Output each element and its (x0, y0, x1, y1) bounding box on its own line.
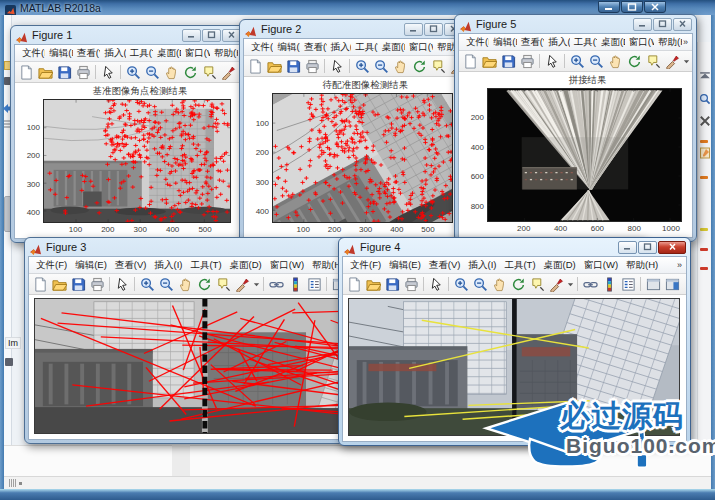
minimize-button[interactable] (633, 18, 652, 31)
menu-item-desktop[interactable]: 桌面(D) (378, 41, 405, 54)
menu-item-help[interactable]: 帮助(H) (622, 259, 662, 272)
note-icon[interactable] (699, 146, 711, 160)
edit-plot-icon[interactable] (328, 57, 346, 75)
figure-window-4[interactable]: Figure 4 文件(F)编辑(E)查看(V)插入(I)工具(T)桌面(D)窗… (338, 237, 691, 446)
menu-item-edit[interactable]: 编辑(E) (385, 259, 425, 272)
link-plot-icon[interactable] (267, 275, 285, 293)
zoom-in-icon[interactable] (353, 57, 371, 75)
menu-item-tools[interactable]: 工具(T) (570, 36, 597, 49)
menu-item-tools[interactable]: 工具(T) (351, 41, 377, 54)
menu-item-tools[interactable]: 工具(T) (500, 259, 539, 272)
menu-item-desktop[interactable]: 桌面(D) (153, 47, 181, 60)
menu-item-tools[interactable]: 工具(T) (126, 47, 153, 60)
menu-item-tools[interactable]: 工具(T) (186, 259, 225, 272)
menu-item-window[interactable]: 窗口(W) (625, 36, 654, 49)
pan-icon[interactable] (176, 275, 194, 293)
menu-item-edit[interactable]: 编辑(E) (71, 259, 111, 272)
menu-item-desktop[interactable]: 桌面(D) (540, 259, 580, 272)
new-figure-icon[interactable] (345, 275, 363, 293)
resize-grip[interactable] (9, 479, 22, 487)
maximize-button[interactable] (638, 241, 657, 254)
pan-icon[interactable] (606, 52, 624, 70)
menu-item-file[interactable]: 文件(F) (247, 41, 273, 54)
menu-item-insert[interactable]: 插入(I) (544, 36, 569, 49)
pan-icon[interactable] (490, 275, 508, 293)
close-panel-icon[interactable] (699, 114, 711, 128)
maximize-button[interactable] (202, 29, 221, 42)
scroll-marker[interactable] (700, 176, 708, 179)
menu-item-help[interactable]: 帮助(H) (654, 36, 682, 49)
menu-item-insert[interactable]: 插入(I) (150, 259, 186, 272)
new-figure-icon[interactable] (31, 275, 49, 293)
edit-plot-icon[interactable] (99, 63, 117, 81)
save-figure-icon[interactable] (383, 275, 401, 293)
data-cursor-icon[interactable] (644, 52, 662, 70)
menu-item-view[interactable]: 查看(V) (73, 47, 101, 60)
rotate-3d-icon[interactable] (181, 63, 199, 81)
menu-item-insert[interactable]: 插入(I) (327, 41, 352, 54)
open-file-icon[interactable] (50, 275, 68, 293)
close-button[interactable] (658, 241, 686, 254)
figure-window-2[interactable]: Figure 2 文件(F)编辑(E)查看(V)插入(I)工具(T)桌面(D)窗… (239, 19, 468, 243)
menu-item-file[interactable]: 文件(F) (32, 259, 71, 272)
brush-icon[interactable] (233, 275, 251, 293)
brush-icon[interactable] (547, 275, 565, 293)
scroll-marker[interactable] (700, 267, 708, 270)
figure-window-1[interactable]: Figure 1 文件(F)编辑(E)查看(V)插入(I)工具(T)桌面(D)窗… (10, 25, 246, 243)
new-figure-icon[interactable] (461, 52, 479, 70)
menu-item-view[interactable]: 查看(V) (300, 41, 327, 54)
menu-overflow-icon[interactable]: » (682, 37, 689, 47)
rotate-3d-icon[interactable] (410, 57, 428, 75)
close-button[interactable] (644, 1, 666, 13)
maximize-button[interactable] (621, 1, 643, 13)
figure-titlebar[interactable]: Figure 1 (14, 26, 242, 44)
menu-item-file[interactable]: 文件(F) (18, 47, 45, 60)
brush-icon[interactable] (663, 52, 681, 70)
insert-legend-icon[interactable] (305, 275, 323, 293)
minimize-button[interactable] (618, 241, 637, 254)
maximize-button[interactable] (653, 18, 672, 31)
save-figure-icon[interactable] (55, 63, 73, 81)
figure-titlebar[interactable]: Figure 5 (458, 15, 693, 33)
print-figure-icon[interactable] (402, 275, 420, 293)
menu-item-window[interactable]: 窗口(W) (580, 259, 622, 272)
data-cursor-icon[interactable] (214, 275, 232, 293)
zoom-in-icon[interactable] (568, 52, 586, 70)
insert-colorbar-icon[interactable] (600, 275, 618, 293)
open-file-icon[interactable] (265, 57, 283, 75)
dropdown-arrow-icon[interactable] (566, 275, 574, 293)
pan-icon[interactable] (162, 63, 180, 81)
menu-item-desktop[interactable]: 桌面(D) (226, 259, 266, 272)
pan-icon[interactable] (391, 57, 409, 75)
rotate-3d-icon[interactable] (195, 275, 213, 293)
menu-overflow-icon[interactable]: » (676, 260, 683, 270)
edit-plot-icon[interactable] (427, 275, 445, 293)
figure-window-5[interactable]: Figure 5 文件(F)编辑(E)查看(V)插入(I)工具(T)桌面(D)窗… (454, 14, 697, 242)
menu-item-help[interactable]: 帮助(H) (210, 47, 238, 60)
scroll-marker[interactable] (700, 248, 708, 251)
menu-item-window[interactable]: 窗口(W) (266, 259, 308, 272)
show-plot-tools-icon[interactable] (663, 275, 681, 293)
zoom-in-icon[interactable] (138, 275, 156, 293)
scroll-marker[interactable] (700, 228, 708, 231)
menu-item-window[interactable]: 窗口(W) (405, 41, 433, 54)
rotate-3d-icon[interactable] (509, 275, 527, 293)
menu-item-edit[interactable]: 编辑(E) (273, 41, 300, 54)
rotate-3d-icon[interactable] (625, 52, 643, 70)
maximize-button[interactable] (424, 23, 443, 36)
data-cursor-icon[interactable] (528, 275, 546, 293)
zoom-out-icon[interactable] (587, 52, 605, 70)
print-figure-icon[interactable] (88, 275, 106, 293)
figure-titlebar[interactable]: Figure 4 (342, 238, 687, 256)
menu-item-file[interactable]: 文件(F) (462, 36, 489, 49)
menu-item-window[interactable]: 窗口(W) (181, 47, 210, 60)
menu-item-view[interactable]: 查看(V) (517, 36, 545, 49)
minimize-button[interactable] (598, 1, 620, 13)
zoom-tool-icon[interactable] (699, 92, 711, 106)
menu-item-desktop[interactable]: 桌面(D) (597, 36, 625, 49)
insert-colorbar-icon[interactable] (286, 275, 304, 293)
edit-plot-icon[interactable] (113, 275, 131, 293)
print-figure-icon[interactable] (303, 57, 321, 75)
save-figure-icon[interactable] (284, 57, 302, 75)
open-file-icon[interactable] (364, 275, 382, 293)
